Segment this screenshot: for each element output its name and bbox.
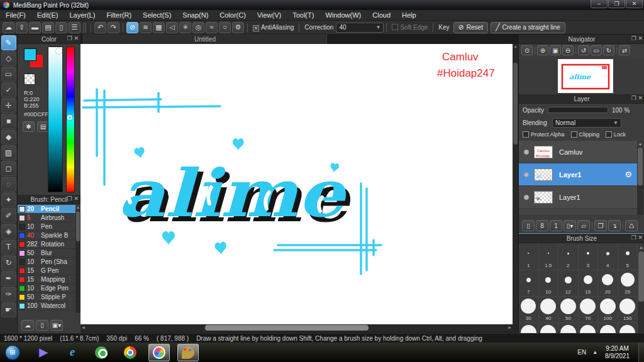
brush-list-scrollbar[interactable]: ▲: [75, 205, 80, 313]
panel-list-icon[interactable]: ☰: [69, 22, 80, 33]
protect-alpha-checkbox[interactable]: [523, 131, 529, 138]
brush-row[interactable]: 20Pencil: [18, 205, 75, 214]
snap-parallel-icon[interactable]: ≋: [140, 22, 152, 33]
move-tool[interactable]: ✛: [1, 98, 16, 113]
hand-tool[interactable]: ☛: [1, 302, 16, 317]
snap-curve-icon[interactable]: ≈: [206, 22, 218, 33]
scroll-right-icon[interactable]: ▶: [507, 324, 513, 331]
brush-tool[interactable]: ✎: [1, 35, 16, 50]
menu-filter[interactable]: Filter(R): [101, 10, 137, 21]
size-cell[interactable]: 20: [598, 270, 618, 297]
menu-color[interactable]: Color(C): [214, 10, 252, 21]
brush-row[interactable]: 10Pen (Sha: [18, 258, 75, 266]
menu-edit[interactable]: Edit(E): [31, 10, 64, 21]
text-tool[interactable]: T: [1, 239, 16, 255]
rotate-right-icon[interactable]: ↻: [603, 45, 614, 55]
foreground-color-swatch[interactable]: [24, 48, 36, 61]
menu-layer[interactable]: Layer(L): [64, 10, 101, 21]
transform-tool[interactable]: ↻: [1, 255, 16, 270]
undo-icon[interactable]: ↶: [94, 22, 106, 33]
add-cloud-brush-icon[interactable]: ☁: [21, 320, 34, 331]
language-indicator[interactable]: EN: [577, 349, 586, 356]
cloud-save-icon[interactable]: ☁: [3, 22, 14, 33]
size-cell[interactable]: 100: [598, 297, 618, 323]
soft-edge-checkbox[interactable]: [392, 24, 398, 30]
layer-list-scrollbar[interactable]: ▲: [637, 141, 643, 215]
start-button[interactable]: ⊞: [5, 345, 20, 360]
popout-icon[interactable]: ❐: [67, 35, 72, 41]
add-layer-menu-icon[interactable]: ▯▾: [564, 220, 576, 231]
zoom-100-icon[interactable]: ⊙: [521, 45, 533, 55]
reset-rotation-icon[interactable]: ▭: [591, 45, 602, 55]
shape-brush-tool[interactable]: ▭: [1, 67, 16, 82]
brush-row[interactable]: 40Sparkle B: [18, 231, 75, 240]
add-layer-icon[interactable]: ▯: [522, 220, 535, 231]
transparent-color-swatch[interactable]: [24, 74, 35, 85]
menu-snap[interactable]: Snap(N): [177, 10, 214, 21]
size-cell[interactable]: 2: [558, 244, 579, 270]
scroll-up-icon[interactable]: ▲: [513, 44, 518, 50]
size-cell[interactable]: 1000: [618, 323, 638, 333]
redo-icon[interactable]: ↷: [108, 22, 119, 33]
select-eraser-tool[interactable]: ◈: [1, 224, 16, 239]
snap-off-icon[interactable]: ⊘: [126, 22, 138, 33]
clock[interactable]: 9:20 AM 8/9/2021: [605, 345, 630, 360]
brush-row[interactable]: 50Blur: [18, 249, 75, 258]
size-cell[interactable]: 30: [519, 297, 539, 323]
zoom-out-icon[interactable]: ⊖: [562, 45, 574, 55]
create-straight-line-button[interactable]: ╱Create a straight line: [491, 22, 565, 33]
folder-icon[interactable]: ▱: [577, 220, 590, 231]
add-1bit-layer-icon[interactable]: 1: [550, 220, 562, 231]
size-cell[interactable]: 200: [519, 323, 539, 333]
navigator-thumbnail[interactable]: alime: [558, 59, 613, 93]
delete-layer-icon[interactable]: ♺: [625, 220, 638, 231]
size-cell[interactable]: 12: [558, 270, 579, 297]
brush-row[interactable]: 10Pen: [18, 222, 75, 231]
snap-concentric-icon[interactable]: ◎: [192, 22, 204, 33]
brush-row[interactable]: 15Mapping: [18, 275, 75, 284]
close-icon[interactable]: ✕: [638, 35, 643, 41]
layer-row-layer1[interactable]: w.. Layer1: [519, 186, 637, 209]
brush-row[interactable]: 5Airbrush: [18, 214, 75, 222]
size-cell[interactable]: 3: [579, 244, 599, 270]
menu-tool[interactable]: Tool(T): [287, 10, 319, 21]
brush-row[interactable]: 10Edge Pen: [18, 284, 75, 293]
size-cell[interactable]: 70: [579, 297, 599, 323]
flip-icon[interactable]: ⇄: [619, 45, 630, 55]
correction-dropdown[interactable]: 40▼: [336, 23, 384, 33]
reset-button[interactable]: ⊘Reset: [453, 22, 488, 33]
show-desktop-button[interactable]: [638, 343, 644, 362]
chrome-icon[interactable]: [119, 344, 141, 361]
paint-taskbar-icon[interactable]: [177, 344, 199, 361]
rotate-left-icon[interactable]: ↺: [578, 45, 589, 55]
scroll-up-icon[interactable]: ▲: [638, 244, 644, 251]
menu-view[interactable]: View(V): [252, 10, 287, 21]
layer-row-layer1-selected[interactable]: al.. Layer1 ⚙: [519, 163, 637, 186]
close-icon[interactable]: ✕: [638, 95, 643, 101]
select-pen-tool[interactable]: ✐: [1, 208, 16, 223]
clipping-checkbox[interactable]: [571, 131, 577, 138]
snap-grid-icon[interactable]: ▦: [153, 22, 165, 33]
size-cell[interactable]: 7: [519, 270, 539, 297]
saturation-bar[interactable]: [48, 47, 63, 192]
size-cell[interactable]: 15: [579, 270, 599, 297]
restore-button[interactable]: ❐: [608, 0, 625, 8]
visibility-toggle[interactable]: [524, 172, 529, 177]
visibility-toggle[interactable]: [524, 150, 529, 155]
minimize-button[interactable]: ‒: [591, 0, 608, 8]
brush-row[interactable]: 50Stipple P: [18, 293, 75, 302]
snap-vanish-icon[interactable]: ○: [219, 22, 231, 33]
menu-window[interactable]: Window(W): [319, 10, 367, 21]
scroll-left-icon[interactable]: ◀: [80, 324, 86, 331]
snap-settings-icon[interactable]: ⚙: [232, 22, 244, 33]
brush-row[interactable]: 15G Pen: [18, 266, 75, 275]
canvas-tab[interactable]: Untitled: [83, 35, 327, 44]
new-brush-icon[interactable]: ▯: [36, 320, 48, 331]
visibility-toggle[interactable]: [524, 195, 529, 200]
menu-help[interactable]: Help: [396, 10, 422, 21]
popout-icon[interactable]: ❐: [631, 95, 636, 101]
size-cell[interactable]: 150: [618, 297, 638, 323]
size-cell[interactable]: 40: [539, 297, 559, 323]
close-icon[interactable]: ✕: [74, 35, 79, 41]
fit-screen-icon[interactable]: ▣: [550, 45, 561, 55]
